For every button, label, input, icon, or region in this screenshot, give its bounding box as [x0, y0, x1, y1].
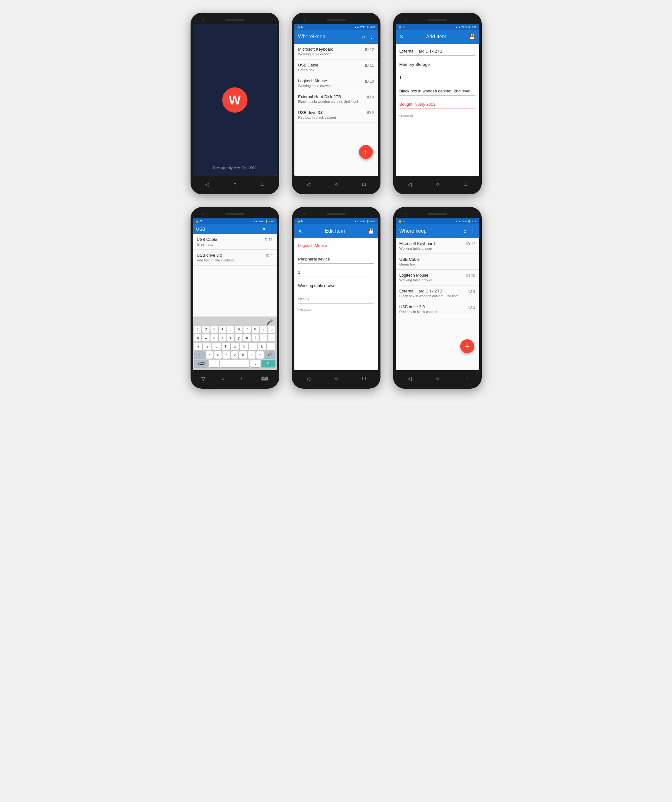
- nav-home[interactable]: ○: [335, 181, 338, 187]
- key-y[interactable]: y: [235, 334, 243, 341]
- nav-home[interactable]: ○: [233, 181, 237, 187]
- key-a[interactable]: a: [194, 343, 202, 350]
- nav-back[interactable]: ◁: [408, 181, 411, 188]
- key-0[interactable]: 0: [268, 326, 275, 333]
- clear-search-icon[interactable]: ✕: [262, 226, 266, 232]
- nav-home[interactable]: ○: [436, 181, 439, 187]
- form-field-notes[interactable]: Bought in July 2019: [400, 101, 475, 109]
- nav-back[interactable]: ▽: [201, 376, 205, 382]
- key-comma[interactable]: ,: [209, 360, 219, 367]
- key-5[interactable]: 5: [227, 326, 234, 333]
- list-item[interactable]: USB drive 3.0 Red box in black cabinet I…: [193, 250, 277, 265]
- list-item[interactable]: USB drive 3.0 Red box in black cabinet I…: [396, 301, 479, 317]
- key-t[interactable]: t: [227, 334, 234, 341]
- nav-recents[interactable]: □: [363, 376, 366, 382]
- form-field-edit-notes[interactable]: Notes: [298, 295, 374, 304]
- form-field-edit-loc[interactable]: Working table drawer: [298, 282, 374, 290]
- form-field-edit-name[interactable]: Logitech Mouse: [298, 242, 374, 251]
- key-9[interactable]: 9: [260, 326, 267, 333]
- list-item[interactable]: External Hard Disk 2TB Black box in wood…: [396, 286, 479, 301]
- nav-recents[interactable]: □: [261, 181, 264, 187]
- key-q[interactable]: q: [194, 334, 201, 341]
- key-g[interactable]: g: [231, 343, 239, 350]
- key-8[interactable]: 8: [252, 326, 259, 333]
- fab-add[interactable]: +: [359, 145, 373, 159]
- key-p[interactable]: p: [268, 334, 275, 341]
- key-4[interactable]: 4: [219, 326, 226, 333]
- key-e[interactable]: e: [211, 334, 218, 341]
- key-space[interactable]: [220, 360, 250, 367]
- list-item[interactable]: USB Cable Green box ID 11: [193, 234, 277, 250]
- key-row-numbers: 1 2 3 4 5 6 7 8 9 0: [194, 326, 275, 333]
- key-2[interactable]: 2: [202, 326, 209, 333]
- more-icon[interactable]: ⋮: [369, 34, 374, 40]
- list-item[interactable]: Logitech Mouse Working table drawer ID 1…: [295, 75, 378, 91]
- more-icon-2[interactable]: ⋮: [470, 228, 475, 234]
- more-search-icon[interactable]: ⋮: [269, 226, 274, 232]
- list-item[interactable]: USB Cable Green box: [396, 254, 479, 270]
- key-u[interactable]: u: [243, 334, 251, 341]
- search-input[interactable]: [196, 226, 259, 232]
- key-1[interactable]: 1: [194, 326, 201, 333]
- key-z[interactable]: z: [206, 351, 213, 359]
- key-3[interactable]: 3: [211, 326, 218, 333]
- list-item[interactable]: Microsoft Keyboard Working table drawer …: [295, 44, 378, 60]
- form-field-edit-qty[interactable]: 1: [298, 269, 374, 277]
- nav-recents[interactable]: □: [363, 181, 366, 187]
- key-r[interactable]: r: [219, 334, 226, 341]
- key-6[interactable]: 6: [235, 326, 243, 333]
- list-item[interactable]: USB drive 3.0 Red box in black cabinet I…: [295, 107, 378, 123]
- fab-add-2[interactable]: +: [460, 339, 474, 353]
- key-w[interactable]: w: [202, 334, 209, 341]
- list-item[interactable]: Microsoft Keyboard Working table drawer …: [396, 238, 479, 254]
- key-k[interactable]: k: [258, 343, 266, 350]
- key-b[interactable]: b: [239, 351, 247, 359]
- key-j[interactable]: j: [249, 343, 257, 350]
- close-icon[interactable]: ✕: [400, 34, 403, 40]
- key-shift[interactable]: ⇧: [194, 351, 205, 359]
- key-delete[interactable]: ⌫: [265, 351, 275, 359]
- nav-home[interactable]: ○: [436, 376, 439, 382]
- key-d[interactable]: d: [212, 343, 220, 350]
- key-o[interactable]: o: [260, 334, 267, 341]
- nav-home[interactable]: ○: [222, 376, 225, 382]
- list-item[interactable]: USB Cable Green box ID 11: [295, 60, 378, 75]
- key-c[interactable]: c: [222, 351, 230, 359]
- form-field-category[interactable]: Memory Storage: [400, 61, 475, 69]
- save-icon[interactable]: 💾: [469, 34, 475, 40]
- save-edit-icon[interactable]: 💾: [368, 228, 374, 234]
- nav-recents[interactable]: □: [241, 376, 245, 382]
- nav-keyboard[interactable]: ⌨: [261, 376, 268, 382]
- form-field-location[interactable]: Black box in wooden cabinet, 2nd level: [400, 87, 475, 95]
- nav-recents[interactable]: □: [464, 181, 467, 187]
- search-icon-2[interactable]: ⌕: [463, 228, 466, 234]
- list-item[interactable]: Logitech Mouse Working table drawer ID 1…: [396, 270, 479, 286]
- nav-recents[interactable]: □: [464, 376, 467, 382]
- mic-icon[interactable]: 🎤: [267, 319, 273, 325]
- key-n[interactable]: n: [248, 351, 256, 359]
- key-symbols[interactable]: ?123: [194, 360, 208, 367]
- key-m[interactable]: m: [256, 351, 264, 359]
- form-field-name[interactable]: External Hard Disk 2TB: [400, 47, 475, 56]
- nav-back[interactable]: ◁: [306, 376, 310, 382]
- form-field-edit-category[interactable]: Peripheral device: [298, 255, 374, 264]
- nav-back[interactable]: ◁: [408, 376, 411, 382]
- key-h[interactable]: h: [240, 343, 248, 350]
- key-7[interactable]: 7: [243, 326, 251, 333]
- nav-back[interactable]: ◁: [306, 181, 310, 188]
- key-search[interactable]: 🔍: [261, 360, 275, 367]
- keyboard[interactable]: 🎤 1 2 3 4 5 6 7 8 9 0 q w e: [193, 317, 277, 370]
- key-period[interactable]: .: [250, 360, 260, 367]
- form-field-quantity[interactable]: 1: [400, 74, 475, 82]
- key-v[interactable]: v: [231, 351, 239, 359]
- key-s[interactable]: s: [203, 343, 211, 350]
- search-icon[interactable]: ⌕: [362, 34, 365, 40]
- key-i[interactable]: i: [252, 334, 259, 341]
- list-item[interactable]: External Hard Disk 2TB Black box in wood…: [295, 91, 378, 107]
- close-edit-icon[interactable]: ✕: [298, 228, 302, 234]
- nav-home[interactable]: ○: [335, 376, 338, 382]
- key-f[interactable]: f: [222, 343, 230, 350]
- key-x[interactable]: x: [214, 351, 222, 359]
- key-l[interactable]: l: [267, 343, 275, 350]
- nav-back[interactable]: ◁: [205, 181, 209, 188]
